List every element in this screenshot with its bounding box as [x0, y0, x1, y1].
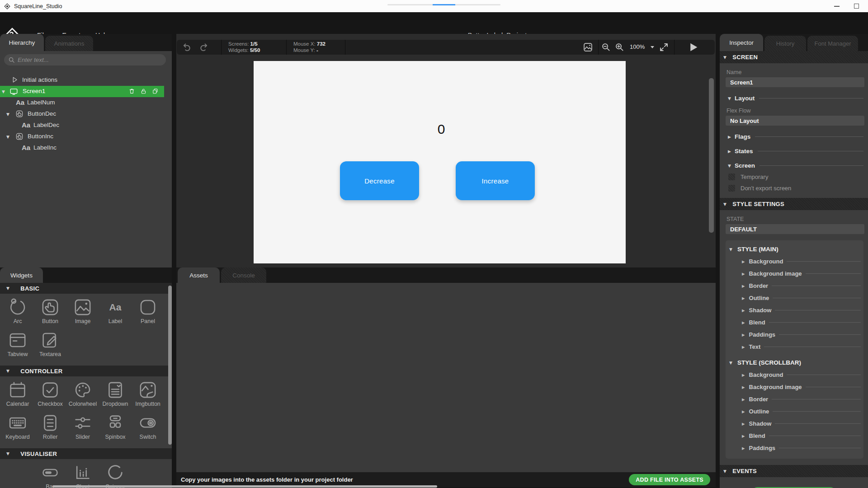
widget-image[interactable]: Image — [66, 296, 99, 329]
add-file-into-assets-button[interactable]: ADD FILE INTO ASSETS — [629, 474, 710, 485]
style-item-background-image[interactable]: ▶Background image — [742, 384, 861, 390]
widget-spinbox[interactable]: Spinbox — [99, 412, 132, 445]
states-group[interactable]: ▶ States — [726, 148, 864, 155]
widget-label[interactable]: Aa Label — [99, 296, 132, 329]
undo-icon[interactable] — [181, 42, 193, 53]
style-main-group[interactable]: ▼ STYLE (MAIN) — [728, 246, 861, 253]
tab-animations[interactable]: Animations — [45, 36, 93, 51]
style-item-background-image[interactable]: ▶Background image — [742, 270, 861, 277]
caret-down-icon[interactable]: ▼ — [6, 135, 9, 139]
style-item-outline[interactable]: ▶Outline — [742, 408, 861, 415]
hierarchy-tree: Initial actions ▼ Screen1 Aa LabelNum ▼ … — [0, 75, 172, 154]
tree-item-buttondec[interactable]: ▼ ButtonDec — [0, 108, 172, 120]
maximize-button[interactable] — [854, 4, 859, 9]
play-icon[interactable] — [688, 42, 699, 53]
widgets-tabrow: Widgets — [0, 267, 172, 283]
tab-assets[interactable]: Assets — [178, 267, 220, 283]
tab-font-manager[interactable]: Font Manager — [807, 36, 858, 51]
widget-tabview[interactable]: Tabview — [1, 329, 34, 362]
duplicate-icon[interactable] — [152, 88, 159, 95]
style-item-outline[interactable]: ▶Outline — [742, 295, 861, 301]
canvas-vertical-scrollbar[interactable] — [709, 78, 714, 233]
tab-hierarchy[interactable]: Hierarchy — [0, 34, 44, 51]
widget-spinner[interactable]: Spinner — [99, 462, 132, 488]
style-item-blend[interactable]: ▶Blend — [742, 319, 861, 326]
events-section-header[interactable]: ▼ EVENTS — [720, 465, 868, 477]
widget-panel[interactable]: Panel — [132, 296, 164, 329]
widget-colorwheel[interactable]: Colorwheel — [66, 379, 99, 412]
style-item-border[interactable]: ▶Border — [742, 282, 861, 289]
widgets-section-visualiser[interactable]: ▼ VISUALISER — [0, 448, 172, 459]
style-item-background[interactable]: ▶Background — [742, 371, 861, 378]
tab-widgets[interactable]: Widgets — [0, 267, 43, 283]
widget-arc[interactable]: Arc — [1, 296, 34, 329]
flags-group[interactable]: ▶ Flags — [726, 133, 864, 140]
style-item-label: Paddings — [749, 331, 776, 338]
widgets-section-basic[interactable]: ▼ BASIC — [0, 283, 172, 294]
style-item-shadow[interactable]: ▶Shadow — [742, 307, 861, 314]
style-item-text[interactable]: ▶Text — [742, 343, 861, 350]
style-item-paddings[interactable]: ▶Paddings — [742, 445, 861, 451]
widgets-section-controller[interactable]: ▼ CONTROLLER — [0, 366, 172, 376]
temporary-checkbox[interactable] — [728, 174, 735, 180]
tab-inspector[interactable]: Inspector — [720, 34, 763, 51]
unlock-icon[interactable] — [140, 88, 147, 95]
caret-down-icon[interactable]: ▼ — [2, 89, 5, 94]
tree-item-screen1[interactable]: ▼ Screen1 — [0, 86, 164, 97]
widget-switch[interactable]: Switch — [132, 412, 164, 445]
window-horizontal-scrollbar[interactable] — [52, 485, 437, 488]
zoom-out-icon[interactable] — [601, 42, 611, 52]
layout-group[interactable]: ▼ Layout — [726, 95, 864, 102]
delete-icon[interactable] — [128, 88, 135, 95]
widget-roller[interactable]: Roller — [34, 412, 66, 445]
widget-imgbutton[interactable]: Imgbutton — [132, 379, 164, 412]
caret-down-icon[interactable]: ▼ — [6, 112, 9, 117]
screen-group[interactable]: ▼ Screen — [726, 162, 864, 169]
style-item-label: Blend — [749, 432, 765, 439]
buttondec-widget[interactable]: Decrease — [340, 161, 419, 200]
tree-item-labelnum[interactable]: Aa LabelNum — [0, 97, 172, 108]
style-item-shadow[interactable]: ▶Shadow — [742, 420, 861, 427]
style-item-background[interactable]: ▶Background — [742, 258, 861, 265]
widget-chart[interactable]: Chart — [66, 462, 99, 488]
minimize-button[interactable] — [834, 6, 840, 7]
tree-item-labelinc[interactable]: Aa LabelInc — [0, 142, 172, 154]
screenshot-icon[interactable] — [583, 42, 593, 52]
roller-icon — [40, 413, 60, 433]
widget-calendar[interactable]: Calendar — [1, 379, 34, 412]
widget-button[interactable]: Button — [34, 296, 66, 329]
screen-section-header[interactable]: ▼ SCREEN — [720, 51, 868, 63]
widget-bar[interactable]: Bar — [34, 462, 66, 488]
redo-icon[interactable] — [198, 42, 209, 53]
flex-flow-select[interactable]: No Layout — [726, 116, 864, 126]
search-input[interactable] — [18, 56, 153, 63]
name-input[interactable]: Screen1 — [726, 77, 864, 87]
tree-item-buttoninc[interactable]: ▼ ButtonInc — [0, 131, 172, 142]
caret-down-icon[interactable] — [651, 46, 654, 48]
fit-screen-icon[interactable] — [659, 42, 669, 52]
style-item-border[interactable]: ▶Border — [742, 396, 861, 403]
widget-checkbox[interactable]: Checkbox — [34, 379, 66, 412]
zoom-in-icon[interactable] — [614, 42, 625, 52]
tab-console[interactable]: Console — [221, 267, 266, 283]
state-select[interactable]: DEFAULT — [726, 224, 864, 234]
widget-keyboard[interactable]: Keyboard — [1, 412, 34, 445]
labelnum-widget[interactable]: 0 — [428, 122, 455, 137]
style-item-paddings[interactable]: ▶Paddings — [742, 331, 861, 338]
tree-item-labeldec[interactable]: Aa LabelDec — [0, 120, 172, 131]
widget-label: Tabview — [7, 351, 28, 357]
widget-slider[interactable]: Slider — [66, 412, 99, 445]
screen1-design-surface[interactable]: 0 Decrease Increase — [254, 61, 626, 263]
style-item-blend[interactable]: ▶Blend — [742, 432, 861, 439]
tab-history[interactable]: History — [764, 36, 806, 51]
dont-export-checkbox[interactable] — [728, 185, 735, 192]
tree-item-initial-actions[interactable]: Initial actions — [0, 75, 172, 86]
buttoninc-widget[interactable]: Increase — [456, 161, 535, 200]
widget-textarea[interactable]: Textarea — [34, 329, 66, 362]
zoom-level[interactable]: 100% — [630, 43, 645, 50]
widget-dropdown[interactable]: Dropdown — [99, 379, 132, 412]
style-scrollbar-group[interactable]: ▼ STYLE (SCROLLBAR) — [728, 359, 861, 366]
widgets-scrollbar[interactable] — [168, 286, 172, 445]
style-settings-header[interactable]: ▼ STYLE SETTINGS — [720, 198, 868, 210]
assets-panel[interactable] — [176, 283, 716, 472]
